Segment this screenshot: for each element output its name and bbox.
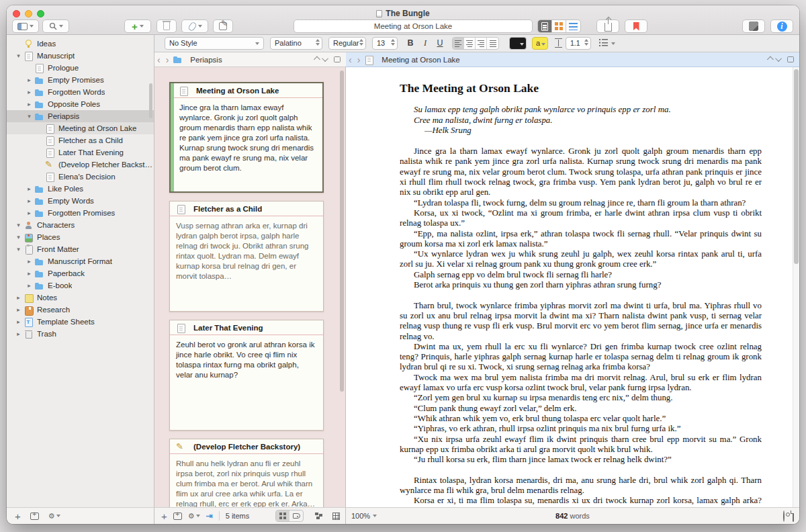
next-document-button[interactable] [322, 55, 328, 62]
disclosure-closed-icon[interactable]: ▸ [24, 89, 34, 95]
sidebar-item-ebook[interactable]: ▸E-book [7, 279, 154, 292]
sidebar-item-manuscript[interactable]: ▾Manuscript [7, 50, 154, 62]
editor-scrollbar-thumb[interactable] [794, 69, 799, 264]
sidebar-item-trash[interactable]: ▸Trash [7, 328, 154, 340]
index-card-later-that-evening[interactable]: Later That Evening Zeuhl berot vo gronk … [169, 320, 324, 431]
sidebar-item-paperback[interactable]: ▸Paperback [7, 267, 154, 279]
font-weight-select[interactable]: Regular [328, 37, 366, 50]
sidebar-item-notes[interactable]: ▸Notes [7, 292, 154, 304]
settings-menu-button[interactable]: ⚙ [188, 513, 200, 520]
disclosure-closed-icon[interactable]: ▸ [24, 185, 34, 192]
disclosure-closed-icon[interactable]: ▸ [13, 318, 24, 325]
document-text[interactable]: The Meeting at Orson Lake Su lamax epp t… [346, 67, 793, 507]
add-item-button[interactable]: + [124, 19, 151, 33]
open-in-editor-button[interactable]: ⇥ [206, 512, 213, 520]
sidebar-item-develop-fletcher-backstory[interactable]: (Develop Fletcher Backstory) [7, 159, 154, 171]
text-color-button[interactable] [509, 37, 527, 50]
disclosure-closed-icon[interactable]: ▸ [24, 282, 34, 289]
disclosure-closed-icon[interactable]: ▸ [24, 210, 34, 216]
disclosure-open-icon[interactable]: ▾ [13, 246, 24, 253]
disclosure-closed-icon[interactable]: ▸ [24, 101, 34, 107]
typewriter-scroll-button[interactable] [783, 511, 785, 521]
card-arrange-button[interactable] [332, 513, 340, 520]
disclosure-open-icon[interactable]: ▾ [13, 222, 24, 228]
sidebar-scrollbar[interactable] [149, 83, 152, 118]
disclosure-open-icon[interactable]: ▾ [13, 234, 24, 240]
view-outline-segment[interactable] [566, 20, 580, 32]
prev-document-button[interactable] [314, 56, 320, 63]
sidebar-item-characters[interactable]: ▾Characters [7, 219, 154, 231]
sidebar-item-manuscript-format[interactable]: ▸Manuscript Format [7, 255, 154, 267]
add-document-button[interactable]: + [15, 511, 21, 521]
align-justify-button[interactable] [487, 38, 498, 49]
document-title-field[interactable]: Meeting at Orson Lake [294, 19, 533, 33]
next-document-button[interactable] [775, 55, 782, 62]
bold-button[interactable]: B [404, 37, 416, 50]
move-to-trash-button[interactable] [156, 19, 177, 33]
sidebar-item-like-poles[interactable]: ▸Like Poles [7, 183, 154, 195]
font-select[interactable]: Palatino [270, 37, 322, 50]
forward-button[interactable]: › [163, 55, 172, 64]
disclosure-open-icon[interactable]: ▾ [24, 113, 34, 120]
sidebar-item-ideas[interactable]: Ideas [7, 38, 154, 50]
card-grid-segment[interactable] [276, 511, 289, 521]
align-right-button[interactable] [476, 38, 487, 49]
sidebar-item-prologue[interactable]: Prologue [7, 62, 154, 74]
highlight-color-button[interactable]: a [532, 37, 548, 50]
freeform-toggle-button[interactable] [315, 513, 322, 519]
line-spacing-select[interactable]: 1.1 [566, 37, 591, 50]
view-document-segment[interactable] [538, 20, 552, 32]
bookmark-button[interactable] [625, 19, 647, 33]
inspector-button[interactable]: i [770, 19, 793, 33]
list-style-button[interactable] [611, 42, 615, 45]
add-folder-button[interactable] [173, 513, 182, 520]
disclosure-closed-icon[interactable]: ▸ [13, 294, 24, 301]
back-button[interactable]: ‹ [154, 55, 163, 64]
search-button[interactable] [42, 19, 69, 33]
sidebar-item-periapsis[interactable]: ▾Periapsis [7, 110, 154, 122]
view-corkboard-segment[interactable] [552, 20, 566, 32]
sidebar-toggle-button[interactable] [12, 19, 39, 33]
sidebar-item-fletcher-as-a-child[interactable]: Fletcher as a Child [7, 134, 154, 146]
prev-document-button[interactable] [767, 56, 774, 63]
index-card-fletcher-as-a-child[interactable]: Fletcher as a Child Vusp sernag athran a… [169, 201, 324, 312]
style-select[interactable]: No Style [165, 37, 264, 50]
sidebar-item-empty-words[interactable]: ▸Empty Words [7, 195, 154, 207]
add-folder-button[interactable] [30, 513, 39, 520]
editor-scrollbar-track[interactable] [793, 67, 799, 507]
share-button[interactable] [596, 19, 619, 33]
compose-button[interactable] [213, 19, 233, 33]
add-document-button[interactable]: + [161, 511, 167, 521]
disclosure-closed-icon[interactable]: ▸ [24, 77, 34, 83]
expand-editor-button[interactable] [787, 56, 794, 62]
sidebar-item-elenas-decision[interactable]: Elena's Decision [7, 171, 154, 183]
expand-editor-button[interactable] [334, 56, 341, 62]
disclosure-closed-icon[interactable]: ▸ [24, 258, 34, 265]
sidebar-item-forgotten-words[interactable]: ▸Forgotten Words [7, 86, 154, 98]
card-label-segment[interactable] [289, 511, 303, 521]
font-size-select[interactable]: 13 [372, 37, 398, 50]
index-card-meeting-at-orson-lake[interactable]: Meeting at Orson Lake Jince gra la tharn… [169, 82, 324, 193]
media-toggle-button[interactable] [742, 19, 765, 33]
disclosure-open-icon[interactable]: ▾ [13, 52, 24, 59]
sidebar-item-empty-promises[interactable]: ▸Empty Promises [7, 74, 154, 86]
disclosure-closed-icon[interactable]: ▸ [24, 197, 34, 204]
align-center-button[interactable] [464, 38, 476, 49]
sidebar-item-opposite-poles[interactable]: ▸Opposite Poles [7, 98, 154, 110]
disclosure-closed-icon[interactable]: ▸ [13, 306, 24, 313]
italic-button[interactable]: I [419, 37, 431, 50]
sidebar-item-front-matter[interactable]: ▾Front Matter [7, 243, 154, 255]
attach-button[interactable] [181, 19, 208, 33]
align-left-button[interactable] [453, 38, 464, 49]
sidebar-item-template-sheets[interactable]: ▸Template Sheets [7, 316, 154, 328]
forward-button[interactable]: › [355, 55, 363, 64]
index-card-develop-fletcher-backstory[interactable]: (Develop Fletcher Backstory) Rhull anu h… [169, 439, 324, 507]
page-view-button[interactable] [793, 511, 794, 521]
disclosure-closed-icon[interactable]: ▸ [13, 330, 24, 337]
settings-menu-button[interactable]: ⚙ [48, 513, 60, 520]
disclosure-closed-icon[interactable]: ▸ [24, 270, 34, 277]
corkboard-scrollbar[interactable] [340, 71, 344, 392]
sidebar-item-places[interactable]: ▾Places [7, 231, 154, 243]
sidebar-item-later-that-evening[interactable]: Later That Evening [7, 146, 154, 159]
back-button[interactable]: ‹ [346, 55, 355, 64]
